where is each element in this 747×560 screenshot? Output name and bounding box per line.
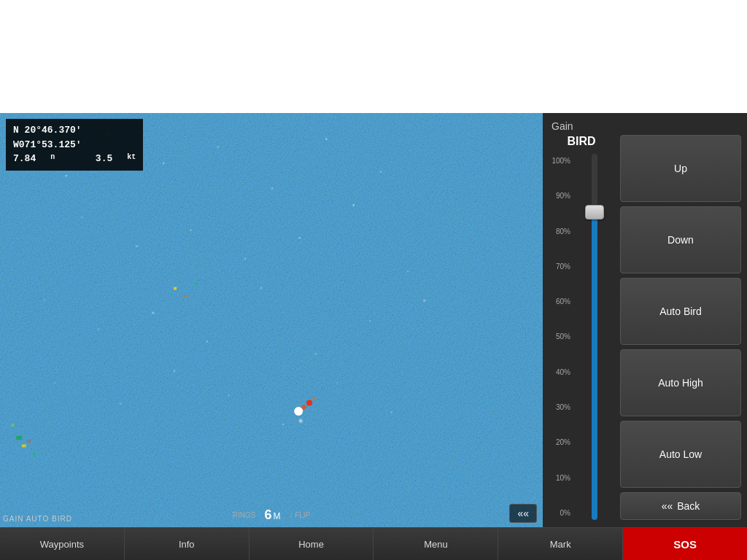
auto-bird-button[interactable]: Auto Bird	[620, 278, 741, 345]
scale-80: 80%	[550, 228, 570, 236]
svg-rect-14	[298, 237, 301, 238]
svg-rect-32	[174, 287, 177, 290]
svg-rect-10	[82, 217, 83, 218]
svg-rect-21	[260, 287, 262, 289]
gain-slider[interactable]	[575, 154, 614, 520]
range-unit: M	[273, 511, 280, 521]
svg-rect-42	[22, 444, 26, 447]
svg-rect-6	[217, 146, 220, 147]
app: N 20°46.370' W071°53.125' 7.84n 3.5kt GA…	[0, 0, 747, 560]
longitude: W071°53.125'	[13, 138, 136, 152]
waypoints-button[interactable]: Waypoints	[0, 528, 125, 560]
radar-area: N 20°46.370' W071°53.125' 7.84n 3.5kt GA…	[0, 113, 543, 527]
sos-button[interactable]: SOS	[623, 528, 747, 560]
coordinates-overlay: N 20°46.370' W071°53.125' 7.84n 3.5kt	[6, 119, 143, 171]
radar-bottom-info: RINGS 6 M ↕ FLIP	[233, 508, 311, 523]
svg-rect-12	[190, 229, 191, 231]
svg-rect-20	[206, 341, 208, 342]
slider-thumb[interactable]	[585, 205, 604, 219]
svg-rect-31	[391, 411, 392, 413]
svg-rect-18	[98, 328, 99, 330]
svg-rect-30	[336, 382, 338, 384]
svg-rect-41	[16, 436, 22, 440]
home-button[interactable]: Home	[249, 528, 374, 560]
svg-rect-17	[44, 300, 46, 301]
svg-rect-5	[163, 163, 164, 164]
svg-rect-28	[228, 394, 229, 396]
gain-title: Gain	[543, 120, 747, 135]
gain-slider-area: BIRD 100% 90% 80% 70% 60% 50% 40% 30% 20…	[549, 135, 614, 520]
scale-50: 50%	[550, 332, 570, 341]
latitude: N 20°46.370'	[13, 123, 136, 138]
main-area: N 20°46.370' W071°53.125' 7.84n 3.5kt GA…	[0, 113, 747, 527]
gain-up-button[interactable]: Up	[620, 135, 741, 202]
svg-rect-22	[315, 353, 317, 354]
range-value: 6	[264, 508, 271, 523]
range-display: 6 M	[264, 508, 280, 523]
scale-10: 10%	[550, 474, 570, 482]
svg-rect-45	[11, 424, 15, 427]
scale-0: 0%	[550, 509, 570, 517]
gain-down-button[interactable]: Down	[620, 206, 741, 273]
svg-rect-1	[0, 113, 543, 527]
svg-rect-23	[369, 320, 371, 322]
scale-90: 90%	[550, 192, 570, 200]
distance-unit: n	[50, 152, 55, 166]
slider-container: 100% 90% 80% 70% 60% 50% 40% 30% 20% 10%…	[549, 154, 614, 520]
scale-20: 20%	[550, 438, 570, 446]
scale-60: 60%	[550, 298, 570, 306]
svg-point-40	[276, 389, 320, 433]
svg-rect-33	[185, 295, 187, 298]
back-chevron-icon: ««	[662, 500, 673, 512]
svg-rect-25	[54, 382, 55, 384]
bottom-toolbar: Waypoints Info Home Menu Mark SOS	[0, 527, 747, 560]
top-white-area	[0, 0, 747, 113]
radar-display	[0, 113, 543, 527]
coords-extra: 7.84n 3.5kt	[13, 152, 136, 166]
auto-high-button[interactable]: Auto High	[620, 349, 741, 416]
svg-rect-11	[136, 246, 138, 247]
svg-rect-16	[407, 271, 409, 272]
svg-rect-43	[27, 440, 31, 443]
flip-label: ↕ FLIP	[289, 511, 310, 519]
scale-100: 100%	[550, 157, 570, 165]
svg-rect-34	[196, 283, 198, 285]
speed-unit: kt	[127, 152, 136, 166]
gain-buttons: Up Down Auto Bird Auto High Auto Low «« …	[620, 135, 741, 520]
svg-rect-3	[65, 175, 67, 176]
svg-rect-13	[244, 258, 246, 260]
flip-icon: ↕	[289, 511, 293, 519]
info-button[interactable]: Info	[125, 528, 249, 560]
svg-rect-44	[33, 453, 36, 455]
menu-button[interactable]: Menu	[374, 528, 498, 560]
scale-40: 40%	[550, 368, 570, 376]
svg-rect-26	[120, 403, 122, 405]
distance-value: 7.84	[13, 152, 36, 166]
back-label: Back	[677, 500, 700, 512]
rings-info: RINGS	[233, 511, 256, 519]
speed-value: 3.5	[96, 152, 112, 166]
slider-track	[592, 154, 597, 520]
svg-rect-8	[325, 138, 327, 140]
gain-content: BIRD 100% 90% 80% 70% 60% 50% 40% 30% 20…	[543, 135, 747, 520]
scale-labels: 100% 90% 80% 70% 60% 50% 40% 30% 20% 10%…	[549, 154, 572, 520]
svg-rect-15	[353, 204, 355, 206]
svg-rect-9	[380, 171, 382, 173]
mark-button[interactable]: Mark	[498, 528, 623, 560]
svg-rect-19	[152, 312, 154, 314]
gain-mode-label: GAIN AUTO BIRD	[3, 515, 72, 523]
gain-panel: Gain BIRD 100% 90% 80% 70% 60% 50% 40%	[543, 113, 747, 527]
svg-rect-27	[174, 370, 175, 372]
svg-rect-24	[423, 300, 425, 302]
svg-rect-7	[271, 187, 273, 189]
gain-mode-display: BIRD	[549, 135, 614, 148]
scale-70: 70%	[550, 262, 570, 271]
flip-text: FLIP	[295, 511, 310, 519]
radar-scroll-button[interactable]: ««	[509, 504, 537, 523]
auto-low-button[interactable]: Auto Low	[620, 421, 741, 488]
back-button[interactable]: «« Back	[620, 492, 741, 520]
rings-text: RINGS	[233, 511, 256, 519]
scale-30: 30%	[550, 403, 570, 411]
